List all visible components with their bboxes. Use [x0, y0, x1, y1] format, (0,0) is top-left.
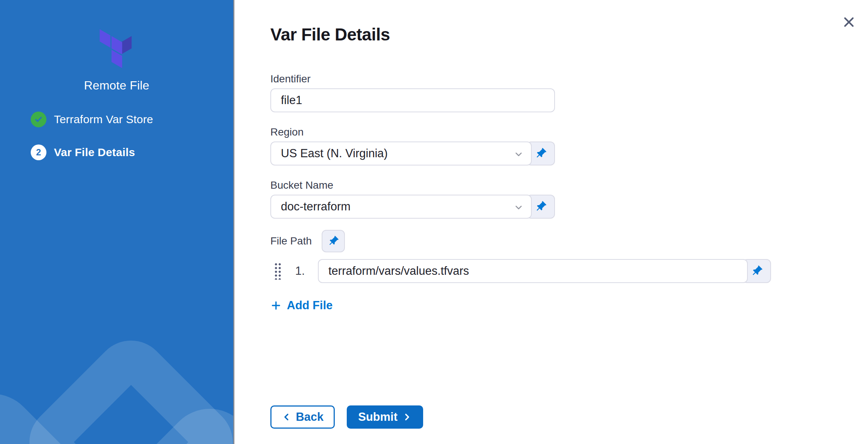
file-path-row-index: 1. [292, 264, 305, 278]
bucket-name-label: Bucket Name [270, 179, 868, 192]
wizard-sidebar: Remote File Terraform Var Store 2 Var Fi… [0, 0, 234, 444]
identifier-label: Identifier [270, 73, 868, 85]
region-select[interactable]: US East (N. Virginia) [270, 142, 532, 165]
wizard-actions: Back Submit [270, 405, 423, 429]
remote-file-wizard-modal: Remote File Terraform Var Store 2 Var Fi… [0, 0, 868, 444]
bucket-name-select[interactable]: doc-terraform [270, 195, 532, 219]
terraform-logo-icon [99, 29, 135, 68]
chevron-left-icon [282, 412, 291, 422]
pin-icon [750, 265, 763, 277]
identifier-input[interactable] [270, 88, 555, 112]
chevron-down-icon [513, 149, 524, 160]
submit-button[interactable]: Submit [347, 405, 423, 429]
region-selected-value: US East (N. Virginia) [281, 147, 388, 160]
pin-icon [327, 235, 339, 247]
wizard-title: Remote File [0, 79, 233, 92]
drag-handle-icon[interactable] [274, 262, 282, 280]
submit-label: Submit [358, 410, 397, 424]
close-icon[interactable] [840, 13, 858, 31]
page-title: Var File Details [270, 24, 868, 45]
back-button[interactable]: Back [270, 405, 335, 429]
chevron-down-icon [513, 202, 524, 213]
chevron-right-icon [402, 412, 412, 422]
step-label: Var File Details [54, 146, 135, 159]
file-path-label: File Path [270, 235, 312, 247]
add-file-button[interactable]: Add File [270, 299, 333, 312]
wizard-brand: Remote File [0, 29, 233, 92]
step-label: Terraform Var Store [54, 113, 153, 126]
var-file-details-panel: Var File Details Identifier Region US Ea… [234, 0, 868, 444]
wizard-steps: Terraform Var Store 2 Var File Details [0, 111, 233, 161]
pin-icon [534, 147, 547, 160]
step-number-badge: 2 [31, 145, 46, 160]
step-complete-icon [31, 112, 46, 127]
file-path-row: 1. [270, 259, 868, 283]
back-label: Back [296, 410, 324, 424]
plus-icon [270, 300, 282, 311]
step-terraform-var-store[interactable]: Terraform Var Store [31, 111, 233, 128]
step-var-file-details[interactable]: 2 Var File Details [31, 144, 233, 161]
bucket-selected-value: doc-terraform [281, 200, 350, 213]
pin-icon [534, 200, 547, 213]
add-file-label: Add File [287, 299, 333, 312]
file-path-input[interactable] [318, 259, 748, 283]
region-label: Region [270, 126, 868, 139]
file-path-pin-button[interactable] [322, 230, 345, 252]
